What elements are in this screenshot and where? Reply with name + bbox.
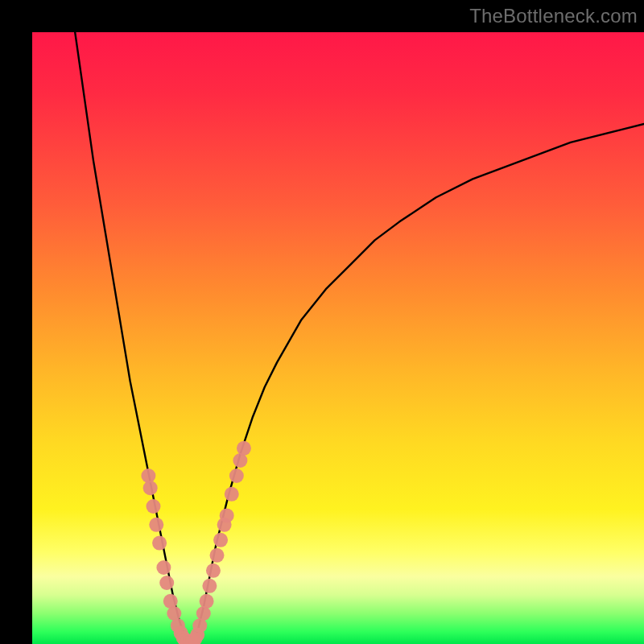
svg-point-6	[159, 576, 174, 590]
sampled-markers	[141, 441, 251, 644]
svg-point-5	[156, 560, 171, 575]
svg-point-23	[210, 548, 225, 563]
svg-point-20	[200, 594, 214, 609]
watermark-text: TheBottleneck.com	[469, 5, 638, 27]
bottleneck-curve	[75, 32, 644, 644]
svg-point-3	[149, 518, 163, 532]
svg-point-30	[237, 441, 251, 456]
svg-point-1	[143, 481, 158, 495]
svg-point-21	[202, 579, 217, 593]
svg-point-4	[152, 536, 167, 551]
svg-point-22	[206, 564, 221, 578]
svg-point-2	[146, 499, 160, 514]
svg-point-27	[225, 487, 239, 502]
plot-area	[32, 32, 644, 644]
svg-point-29	[233, 453, 247, 468]
svg-point-19	[196, 606, 211, 621]
svg-point-26	[220, 508, 234, 522]
svg-point-18	[192, 618, 207, 633]
svg-point-0	[141, 469, 155, 483]
svg-point-28	[229, 469, 244, 483]
svg-point-7	[163, 594, 178, 609]
svg-point-24	[213, 533, 228, 547]
curve-layer	[32, 32, 644, 644]
svg-point-8	[167, 606, 181, 621]
chart-frame: TheBottleneck.com	[0, 0, 644, 644]
